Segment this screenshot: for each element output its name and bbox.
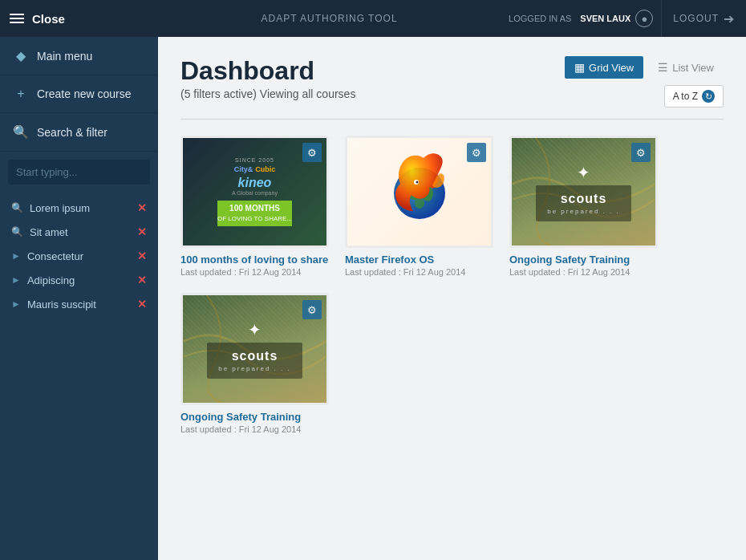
logout-label: LOGOUT — [673, 13, 719, 24]
sidebar: ◆ Main menu + Create new course 🔍 Search… — [0, 37, 158, 560]
course-card-3[interactable]: ✦ scouts be prepared . . . ⚙ Ongoing Saf… — [509, 136, 658, 277]
sort-button[interactable]: A to Z ↻ — [664, 85, 724, 108]
list-icon: ☰ — [658, 61, 668, 74]
search-icon: 🔍 — [13, 124, 29, 140]
scouts-fleur-4: ✦ — [248, 320, 262, 339]
app-title: ADAPT AUTHORING TOOL — [158, 13, 501, 24]
list-view-label: List View — [672, 62, 714, 74]
view-toggle: ▦ Grid View ☰ List View — [565, 56, 724, 79]
firefox-logo-svg — [379, 152, 460, 232]
filter-tag-label-5: Mauris suscipit — [27, 298, 96, 310]
course-grid: SINCE 2005 City& Cubic kineo A Global co… — [180, 136, 724, 434]
svg-point-5 — [416, 181, 418, 184]
create-course-label: Create new course — [37, 87, 132, 100]
topbar: Close ADAPT AUTHORING TOOL LOGGED IN AS … — [0, 0, 746, 37]
filter-tag-remove-2[interactable]: ✕ — [137, 225, 147, 238]
course-card-1[interactable]: SINCE 2005 City& Cubic kineo A Global co… — [180, 136, 329, 277]
filter-tag-remove-4[interactable]: ✕ — [137, 274, 147, 286]
filter-tag-remove-5[interactable]: ✕ — [137, 298, 147, 310]
course-gear-button-2[interactable]: ⚙ — [467, 143, 486, 162]
main-menu-label: Main menu — [37, 50, 92, 63]
course-title-1: 100 months of loving to share — [180, 254, 329, 266]
kineo-thumb-content: SINCE 2005 City& Cubic kineo A Global co… — [209, 149, 300, 234]
home-icon: ◆ — [13, 48, 29, 63]
search-tag-icon-1: 🔍 — [11, 202, 23, 213]
tag-icon-3: ► — [11, 250, 21, 262]
dashboard-heading: Dashboard (5 filters active) Viewing all… — [180, 56, 355, 100]
course-thumb-4: ✦ scouts be prepared . . . ⚙ — [180, 293, 329, 405]
course-card-2[interactable]: ⚙ Master Firefox OS Last updated : Fri 1… — [345, 136, 493, 277]
filter-tag-consectetur[interactable]: ► Consectetur ✕ — [0, 244, 158, 268]
view-sort-controls: ▦ Grid View ☰ List View A to Z ↻ — [565, 56, 724, 108]
search-filter-label: Search & filter — [37, 126, 107, 139]
course-title-3: Ongoing Safety Training — [509, 254, 658, 266]
course-updated-3: Last updated : Fri 12 Aug 2014 — [509, 267, 658, 277]
course-gear-button-1[interactable]: ⚙ — [302, 143, 322, 162]
content-area: Dashboard (5 filters active) Viewing all… — [158, 37, 746, 560]
user-icon: ● — [635, 10, 653, 27]
sidebar-item-main-menu[interactable]: ◆ Main menu — [0, 37, 158, 75]
close-label: Close — [32, 12, 65, 26]
filter-tag-mauris[interactable]: ► Mauris suscipit ✕ — [0, 292, 158, 316]
course-title-4: Ongoing Safety Training — [180, 411, 329, 423]
list-view-button[interactable]: ☰ List View — [648, 56, 724, 79]
filter-tag-lorem-ipsum[interactable]: 🔍 Lorem ipsum ✕ — [0, 196, 158, 220]
search-tag-icon-2: 🔍 — [11, 226, 23, 237]
filter-tag-label-2: Sit amet — [30, 226, 68, 238]
filter-tag-remove-3[interactable]: ✕ — [137, 250, 147, 262]
sidebar-item-search-filter[interactable]: 🔍 Search & filter — [0, 113, 158, 152]
course-updated-4: Last updated : Fri 12 Aug 2014 — [180, 424, 329, 434]
sort-label: A to Z — [673, 91, 698, 102]
username: SVEN LAUX — [580, 14, 630, 23]
tag-icon-5: ► — [11, 298, 21, 310]
content-header: Dashboard (5 filters active) Viewing all… — [180, 56, 724, 108]
scouts-label-3: scouts be prepared . . . — [536, 185, 630, 221]
page-title: Dashboard — [180, 56, 355, 86]
course-gear-button-3[interactable]: ⚙ — [631, 143, 651, 162]
filter-tag-label-4: Adipiscing — [27, 274, 75, 286]
sidebar-item-create-course[interactable]: + Create new course — [0, 75, 158, 113]
scouts-label-4: scouts be prepared . . . — [207, 343, 302, 379]
course-updated-2: Last updated : Fri 12 Aug 2014 — [345, 267, 493, 277]
search-box[interactable] — [8, 160, 150, 185]
filter-tag-sit-amet[interactable]: 🔍 Sit amet ✕ — [0, 220, 158, 244]
filter-tag-adipiscing[interactable]: ► Adipiscing ✕ — [0, 268, 158, 292]
course-thumb-1: SINCE 2005 City& Cubic kineo A Global co… — [180, 136, 329, 248]
logged-in-prefix: LOGGED IN AS — [509, 14, 571, 23]
filter-tags-list: 🔍 Lorem ipsum ✕ 🔍 Sit amet ✕ ► Consectet… — [0, 196, 158, 316]
logout-icon: ➔ — [724, 11, 735, 26]
grid-view-label: Grid View — [589, 62, 634, 74]
main-layout: ◆ Main menu + Create new course 🔍 Search… — [0, 37, 746, 560]
svg-point-3 — [415, 197, 424, 209]
scouts-fleur-3: ✦ — [577, 163, 590, 182]
course-title-2: Master Firefox OS — [345, 254, 493, 266]
filter-tag-label-3: Consectetur — [27, 250, 83, 262]
course-card-4[interactable]: ✦ scouts be prepared . . . ⚙ Ongoing Saf… — [180, 293, 329, 434]
plus-icon: + — [13, 87, 29, 101]
course-thumb-3: ✦ scouts be prepared . . . ⚙ — [509, 136, 658, 248]
content-divider — [180, 119, 724, 120]
search-input[interactable] — [8, 160, 150, 185]
sort-refresh-icon: ↻ — [702, 90, 715, 103]
hamburger-icon — [10, 14, 24, 23]
logout-button[interactable]: LOGOUT ➔ — [662, 11, 746, 26]
filter-status: (5 filters active) Viewing all courses — [180, 87, 355, 100]
logged-in-info: LOGGED IN AS SVEN LAUX ● — [501, 10, 661, 27]
filter-tag-label-1: Lorem ipsum — [30, 202, 90, 214]
filter-tag-remove-1[interactable]: ✕ — [137, 201, 147, 214]
course-gear-button-4[interactable]: ⚙ — [302, 300, 322, 319]
grid-view-button[interactable]: ▦ Grid View — [565, 56, 643, 79]
grid-icon: ▦ — [574, 61, 585, 74]
tag-icon-4: ► — [11, 274, 21, 286]
close-button[interactable]: Close — [0, 12, 158, 26]
sort-bar: A to Z ↻ — [664, 85, 724, 108]
course-thumb-2: ⚙ — [345, 136, 493, 248]
course-updated-1: Last updated : Fri 12 Aug 2014 — [180, 267, 329, 277]
